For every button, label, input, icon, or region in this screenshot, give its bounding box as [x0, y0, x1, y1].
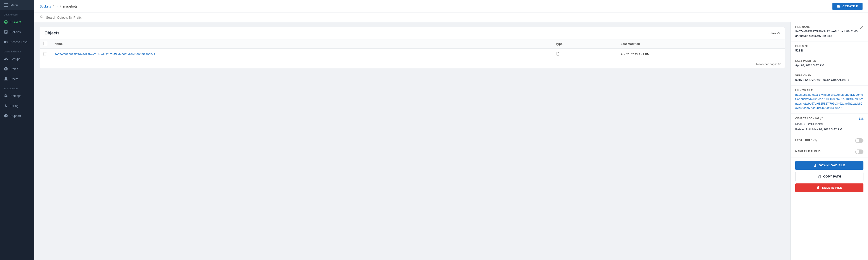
- col-last-modified-header: Last Modified: [617, 39, 785, 48]
- delete-button-label: DELETE FILE: [822, 186, 842, 189]
- sidebar-item-access-keys-label: Access Keys: [10, 40, 27, 44]
- breadcrumb-ellipsis[interactable]: ···: [56, 5, 58, 8]
- sidebar-item-settings[interactable]: Settings: [0, 91, 34, 101]
- rp-legal-hold-label: Legal Hold: [795, 139, 813, 141]
- sidebar-item-support[interactable]: Support: [0, 111, 34, 121]
- sidebar-item-buckets-label: Buckets: [10, 20, 21, 24]
- copy-path-label: COPY PATH: [823, 175, 841, 178]
- objects-card: Objects Show Ve Name Type Last Modified: [40, 27, 785, 68]
- data-access-section: Data Access: [0, 10, 34, 17]
- sidebar-menu-toggle[interactable]: Menu: [0, 0, 34, 10]
- sidebar-item-access-keys[interactable]: Access Keys: [0, 37, 34, 47]
- objects-panel: Objects Show Ve Name Type Last Modified: [34, 22, 790, 260]
- select-all-checkbox[interactable]: [43, 42, 47, 45]
- rp-actions: DOWNLOAD FILE COPY PATH DELETE FILE: [791, 158, 868, 196]
- sidebar-item-users-label: Users: [10, 77, 18, 81]
- content-area: Objects Show Ve Name Type Last Modified: [34, 22, 868, 260]
- row-checkbox[interactable]: [43, 52, 47, 56]
- objects-table: Name Type Last Modified 9e57ef6825827f79…: [40, 39, 785, 60]
- table-row[interactable]: 9e57ef6825827f796e3492bae7b1cadb82c7b45c…: [40, 48, 785, 60]
- search-input[interactable]: [46, 16, 863, 20]
- rp-file-size-value: 523 B: [795, 48, 863, 53]
- download-file-button[interactable]: DOWNLOAD FILE: [795, 161, 863, 170]
- rp-link-value[interactable]: https://s3.us-east-1.wasabisys.com/jbene…: [795, 93, 863, 110]
- sidebar-item-settings-label: Settings: [10, 94, 21, 98]
- create-button[interactable]: CREATE F: [832, 3, 863, 10]
- objects-header: Objects Show Ve: [40, 27, 785, 39]
- rp-version-id-label: Version ID: [795, 74, 863, 77]
- sidebar-item-billing[interactable]: Billing: [0, 101, 34, 111]
- rp-object-locking-section: Object Locking ? Edit Mode: COMPLIANCE R…: [791, 114, 868, 135]
- download-button-label: DOWNLOAD FILE: [819, 164, 845, 167]
- row-name: 9e57ef6825827f796e3492bae7b1cadb82c7b45c…: [51, 48, 552, 60]
- copy-icon: [817, 175, 821, 178]
- rp-object-locking-retain: Retain Until: May 26, 2023 3:42 PM: [795, 127, 863, 132]
- rp-file-size-label: File Size: [795, 45, 863, 47]
- menu-icon: [4, 3, 8, 7]
- rows-per-page-label: Rows per page:: [756, 62, 777, 66]
- policies-icon: [4, 30, 8, 34]
- sidebar-item-users[interactable]: Users: [0, 74, 34, 84]
- search-bar: [34, 13, 868, 22]
- row-type: [552, 48, 617, 60]
- buckets-icon: [4, 20, 8, 24]
- breadcrumb-sep2: /: [60, 5, 61, 8]
- menu-label: Menu: [10, 3, 18, 7]
- sidebar-item-roles-label: Roles: [10, 67, 18, 71]
- delete-icon: [816, 186, 820, 190]
- sidebar-item-support-label: Support: [10, 114, 21, 118]
- breadcrumb: Buckets / ··· / snapshots: [40, 5, 77, 8]
- billing-icon: [4, 103, 8, 108]
- breadcrumb-buckets[interactable]: Buckets: [40, 5, 51, 8]
- rp-version-id-section: Version ID 001682541772746189612-CBeoAr4…: [791, 71, 868, 86]
- file-name-edit-button[interactable]: [860, 26, 863, 30]
- sidebar-item-buckets[interactable]: Buckets: [0, 17, 34, 27]
- col-type-header: Type: [552, 39, 617, 48]
- sidebar-item-groups-label: Groups: [10, 57, 20, 61]
- users-icon: [4, 76, 8, 81]
- rp-make-public-label: Make File Public: [795, 150, 820, 153]
- file-type-icon: [556, 53, 560, 57]
- rp-last-modified-value: Apr 26, 2023 3:42 PM: [795, 63, 863, 68]
- sidebar-item-groups[interactable]: Groups: [0, 54, 34, 64]
- objects-title: Objects: [44, 31, 60, 36]
- sidebar-item-roles[interactable]: Roles: [0, 64, 34, 74]
- rp-object-locking-label: Object Locking: [795, 117, 819, 120]
- table-header-row: Name Type Last Modified: [40, 39, 785, 48]
- row-checkbox-cell: [40, 48, 51, 60]
- svg-rect-2: [4, 6, 8, 7]
- sidebar-item-policies[interactable]: Policies: [0, 27, 34, 37]
- right-panel: File Name 9e57ef6825827f796e3492bae7b1ca…: [790, 22, 868, 260]
- make-file-public-toggle[interactable]: [855, 150, 863, 154]
- copy-path-button[interactable]: COPY PATH: [795, 172, 863, 181]
- legal-hold-help-icon[interactable]: ?: [813, 139, 817, 142]
- rp-legal-hold-section: Legal Hold ?: [791, 135, 868, 146]
- your-account-section: Your Account: [0, 84, 34, 91]
- main-content: Buckets / ··· / snapshots CREATE F Objec…: [34, 0, 868, 260]
- create-button-label: CREATE F: [842, 5, 858, 8]
- rp-object-locking-header: Object Locking ? Edit: [795, 117, 863, 121]
- rp-legal-hold-row: Legal Hold ?: [795, 138, 863, 143]
- rp-last-modified-section: Last Modified Apr 26, 2023 3:42 PM: [791, 56, 868, 71]
- object-locking-edit-link[interactable]: Edit: [859, 117, 863, 120]
- sidebar-item-policies-label: Policies: [10, 30, 21, 34]
- sidebar: Menu Data Access Buckets Policies Access…: [0, 0, 34, 260]
- rp-last-modified-label: Last Modified: [795, 60, 863, 62]
- download-icon: [813, 164, 817, 167]
- svg-rect-1: [4, 5, 8, 5]
- breadcrumb-sep1: /: [53, 5, 54, 8]
- rp-file-name-label: File Name: [795, 26, 860, 28]
- rows-per-page-value: 10: [778, 62, 781, 66]
- legal-hold-toggle[interactable]: [855, 138, 863, 143]
- roles-icon: [4, 67, 8, 71]
- rp-file-name-section: File Name 9e57ef6825827f796e3492bae7b1ca…: [791, 22, 868, 41]
- breadcrumb-current: snapshots: [63, 5, 77, 8]
- object-locking-help-icon[interactable]: ?: [820, 117, 823, 120]
- rp-link-section: Link To File https://s3.us-east-1.wasabi…: [791, 86, 868, 114]
- row-last-modified: Apr 26, 2023 3:42 PM: [617, 48, 785, 60]
- support-icon: [4, 113, 8, 118]
- delete-file-button[interactable]: DELETE FILE: [795, 184, 863, 192]
- access-keys-icon: [4, 40, 8, 44]
- create-folder-icon: [837, 5, 841, 8]
- users-groups-section: Users & Groups: [0, 47, 34, 54]
